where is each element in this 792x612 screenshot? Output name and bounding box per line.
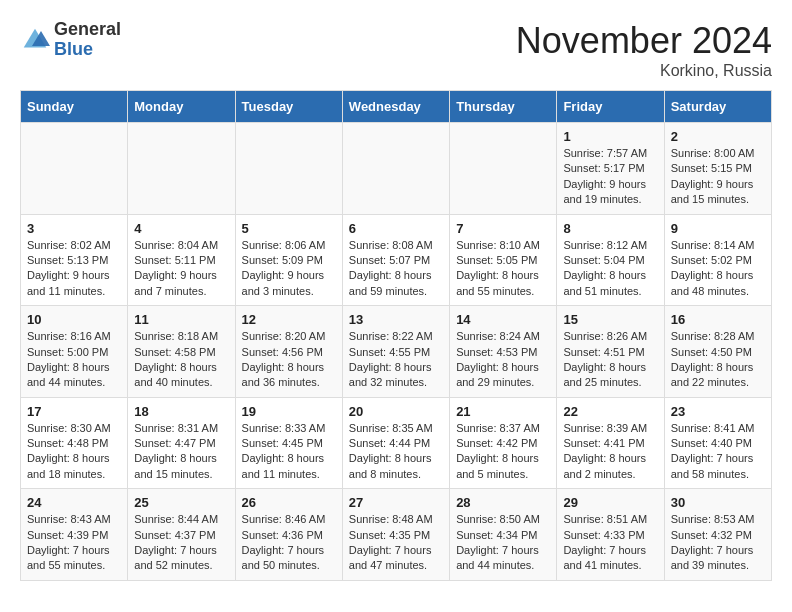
day-number: 4 xyxy=(134,221,228,236)
day-info: Sunrise: 8:41 AM Sunset: 4:40 PM Dayligh… xyxy=(671,421,765,483)
day-number: 24 xyxy=(27,495,121,510)
calendar-cell: 3Sunrise: 8:02 AM Sunset: 5:13 PM Daylig… xyxy=(21,214,128,306)
header-day-thursday: Thursday xyxy=(450,91,557,123)
day-number: 17 xyxy=(27,404,121,419)
logo-icon xyxy=(20,25,50,55)
calendar-cell: 2Sunrise: 8:00 AM Sunset: 5:15 PM Daylig… xyxy=(664,123,771,215)
day-info: Sunrise: 8:06 AM Sunset: 5:09 PM Dayligh… xyxy=(242,238,336,300)
calendar-cell: 18Sunrise: 8:31 AM Sunset: 4:47 PM Dayli… xyxy=(128,397,235,489)
calendar-week-1: 1Sunrise: 7:57 AM Sunset: 5:17 PM Daylig… xyxy=(21,123,772,215)
calendar-week-2: 3Sunrise: 8:02 AM Sunset: 5:13 PM Daylig… xyxy=(21,214,772,306)
day-number: 7 xyxy=(456,221,550,236)
day-info: Sunrise: 8:18 AM Sunset: 4:58 PM Dayligh… xyxy=(134,329,228,391)
day-number: 8 xyxy=(563,221,657,236)
day-info: Sunrise: 8:53 AM Sunset: 4:32 PM Dayligh… xyxy=(671,512,765,574)
header-row: SundayMondayTuesdayWednesdayThursdayFrid… xyxy=(21,91,772,123)
day-number: 3 xyxy=(27,221,121,236)
calendar-cell: 15Sunrise: 8:26 AM Sunset: 4:51 PM Dayli… xyxy=(557,306,664,398)
day-info: Sunrise: 8:28 AM Sunset: 4:50 PM Dayligh… xyxy=(671,329,765,391)
day-number: 14 xyxy=(456,312,550,327)
day-info: Sunrise: 8:02 AM Sunset: 5:13 PM Dayligh… xyxy=(27,238,121,300)
day-info: Sunrise: 8:31 AM Sunset: 4:47 PM Dayligh… xyxy=(134,421,228,483)
day-number: 28 xyxy=(456,495,550,510)
calendar-cell: 21Sunrise: 8:37 AM Sunset: 4:42 PM Dayli… xyxy=(450,397,557,489)
calendar-week-3: 10Sunrise: 8:16 AM Sunset: 5:00 PM Dayli… xyxy=(21,306,772,398)
day-number: 21 xyxy=(456,404,550,419)
header-day-tuesday: Tuesday xyxy=(235,91,342,123)
calendar-cell: 13Sunrise: 8:22 AM Sunset: 4:55 PM Dayli… xyxy=(342,306,449,398)
calendar-cell: 27Sunrise: 8:48 AM Sunset: 4:35 PM Dayli… xyxy=(342,489,449,581)
calendar-week-4: 17Sunrise: 8:30 AM Sunset: 4:48 PM Dayli… xyxy=(21,397,772,489)
day-info: Sunrise: 8:12 AM Sunset: 5:04 PM Dayligh… xyxy=(563,238,657,300)
calendar-cell: 30Sunrise: 8:53 AM Sunset: 4:32 PM Dayli… xyxy=(664,489,771,581)
header-day-monday: Monday xyxy=(128,91,235,123)
day-number: 26 xyxy=(242,495,336,510)
day-info: Sunrise: 8:51 AM Sunset: 4:33 PM Dayligh… xyxy=(563,512,657,574)
header-day-friday: Friday xyxy=(557,91,664,123)
header-day-sunday: Sunday xyxy=(21,91,128,123)
day-info: Sunrise: 8:26 AM Sunset: 4:51 PM Dayligh… xyxy=(563,329,657,391)
calendar-cell: 10Sunrise: 8:16 AM Sunset: 5:00 PM Dayli… xyxy=(21,306,128,398)
day-number: 23 xyxy=(671,404,765,419)
day-number: 25 xyxy=(134,495,228,510)
logo-general: General xyxy=(54,20,121,40)
day-info: Sunrise: 8:08 AM Sunset: 5:07 PM Dayligh… xyxy=(349,238,443,300)
day-number: 18 xyxy=(134,404,228,419)
day-info: Sunrise: 8:04 AM Sunset: 5:11 PM Dayligh… xyxy=(134,238,228,300)
day-info: Sunrise: 8:50 AM Sunset: 4:34 PM Dayligh… xyxy=(456,512,550,574)
logo-blue: Blue xyxy=(54,40,121,60)
day-info: Sunrise: 8:00 AM Sunset: 5:15 PM Dayligh… xyxy=(671,146,765,208)
calendar-cell: 24Sunrise: 8:43 AM Sunset: 4:39 PM Dayli… xyxy=(21,489,128,581)
calendar-table: SundayMondayTuesdayWednesdayThursdayFrid… xyxy=(20,90,772,581)
day-info: Sunrise: 8:20 AM Sunset: 4:56 PM Dayligh… xyxy=(242,329,336,391)
calendar-cell: 11Sunrise: 8:18 AM Sunset: 4:58 PM Dayli… xyxy=(128,306,235,398)
day-info: Sunrise: 8:46 AM Sunset: 4:36 PM Dayligh… xyxy=(242,512,336,574)
calendar-cell: 7Sunrise: 8:10 AM Sunset: 5:05 PM Daylig… xyxy=(450,214,557,306)
calendar-cell xyxy=(450,123,557,215)
calendar-cell: 16Sunrise: 8:28 AM Sunset: 4:50 PM Dayli… xyxy=(664,306,771,398)
day-number: 13 xyxy=(349,312,443,327)
day-info: Sunrise: 8:14 AM Sunset: 5:02 PM Dayligh… xyxy=(671,238,765,300)
day-number: 16 xyxy=(671,312,765,327)
calendar-cell: 4Sunrise: 8:04 AM Sunset: 5:11 PM Daylig… xyxy=(128,214,235,306)
calendar-header: SundayMondayTuesdayWednesdayThursdayFrid… xyxy=(21,91,772,123)
day-number: 15 xyxy=(563,312,657,327)
day-number: 11 xyxy=(134,312,228,327)
calendar-cell: 5Sunrise: 8:06 AM Sunset: 5:09 PM Daylig… xyxy=(235,214,342,306)
day-number: 10 xyxy=(27,312,121,327)
day-number: 12 xyxy=(242,312,336,327)
day-info: Sunrise: 8:16 AM Sunset: 5:00 PM Dayligh… xyxy=(27,329,121,391)
calendar-cell: 28Sunrise: 8:50 AM Sunset: 4:34 PM Dayli… xyxy=(450,489,557,581)
day-info: Sunrise: 8:48 AM Sunset: 4:35 PM Dayligh… xyxy=(349,512,443,574)
day-info: Sunrise: 8:33 AM Sunset: 4:45 PM Dayligh… xyxy=(242,421,336,483)
day-info: Sunrise: 8:24 AM Sunset: 4:53 PM Dayligh… xyxy=(456,329,550,391)
logo-text: General Blue xyxy=(54,20,121,60)
day-number: 6 xyxy=(349,221,443,236)
day-number: 5 xyxy=(242,221,336,236)
day-number: 29 xyxy=(563,495,657,510)
month-title: November 2024 xyxy=(516,20,772,62)
calendar-cell: 26Sunrise: 8:46 AM Sunset: 4:36 PM Dayli… xyxy=(235,489,342,581)
calendar-cell: 29Sunrise: 8:51 AM Sunset: 4:33 PM Dayli… xyxy=(557,489,664,581)
logo: General Blue xyxy=(20,20,121,60)
calendar-cell: 20Sunrise: 8:35 AM Sunset: 4:44 PM Dayli… xyxy=(342,397,449,489)
calendar-cell: 22Sunrise: 8:39 AM Sunset: 4:41 PM Dayli… xyxy=(557,397,664,489)
calendar-cell xyxy=(21,123,128,215)
day-info: Sunrise: 7:57 AM Sunset: 5:17 PM Dayligh… xyxy=(563,146,657,208)
calendar-cell: 9Sunrise: 8:14 AM Sunset: 5:02 PM Daylig… xyxy=(664,214,771,306)
day-info: Sunrise: 8:10 AM Sunset: 5:05 PM Dayligh… xyxy=(456,238,550,300)
calendar-week-5: 24Sunrise: 8:43 AM Sunset: 4:39 PM Dayli… xyxy=(21,489,772,581)
calendar-cell xyxy=(128,123,235,215)
day-number: 19 xyxy=(242,404,336,419)
calendar-cell: 19Sunrise: 8:33 AM Sunset: 4:45 PM Dayli… xyxy=(235,397,342,489)
location: Korkino, Russia xyxy=(516,62,772,80)
day-info: Sunrise: 8:22 AM Sunset: 4:55 PM Dayligh… xyxy=(349,329,443,391)
day-info: Sunrise: 8:37 AM Sunset: 4:42 PM Dayligh… xyxy=(456,421,550,483)
calendar-cell: 23Sunrise: 8:41 AM Sunset: 4:40 PM Dayli… xyxy=(664,397,771,489)
calendar-cell: 25Sunrise: 8:44 AM Sunset: 4:37 PM Dayli… xyxy=(128,489,235,581)
header: General Blue November 2024 Korkino, Russ… xyxy=(20,20,772,80)
header-day-saturday: Saturday xyxy=(664,91,771,123)
day-number: 22 xyxy=(563,404,657,419)
header-day-wednesday: Wednesday xyxy=(342,91,449,123)
calendar-cell: 14Sunrise: 8:24 AM Sunset: 4:53 PM Dayli… xyxy=(450,306,557,398)
